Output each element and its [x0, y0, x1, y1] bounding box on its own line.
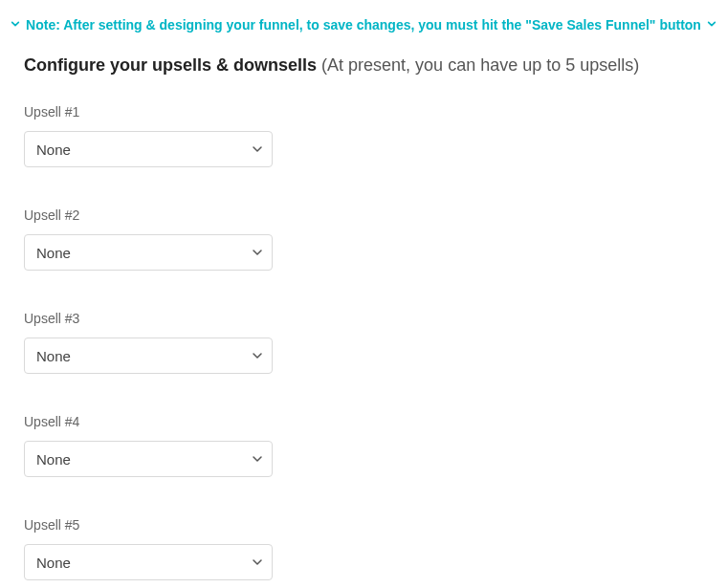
chevron-down-icon	[707, 19, 716, 31]
select-wrap: None	[24, 441, 273, 477]
content-area: Configure your upsells & downsells (At p…	[0, 44, 727, 588]
upsell-select-5[interactable]: None	[24, 544, 273, 580]
select-wrap: None	[24, 131, 273, 167]
upsell-select-2[interactable]: None	[24, 234, 273, 271]
heading-subtitle: (At present, you can have up to 5 upsell…	[321, 55, 639, 75]
upsell-field-3: Upsell #3 None	[24, 311, 703, 374]
upsell-select-1[interactable]: None	[24, 131, 273, 167]
upsell-field-2: Upsell #2 None	[24, 207, 703, 271]
select-wrap: None	[24, 338, 273, 374]
section-heading: Configure your upsells & downsells (At p…	[24, 54, 703, 77]
upsell-field-4: Upsell #4 None	[24, 414, 703, 477]
upsell-select-3[interactable]: None	[24, 338, 273, 374]
upsell-label: Upsell #4	[24, 414, 703, 429]
upsell-label: Upsell #1	[24, 104, 703, 120]
upsell-label: Upsell #3	[24, 311, 703, 326]
upsell-field-5: Upsell #5 None	[24, 517, 703, 580]
heading-title: Configure your upsells & downsells	[24, 55, 317, 75]
upsell-label: Upsell #5	[24, 517, 703, 533]
select-wrap: None	[24, 234, 273, 271]
note-banner[interactable]: Note: After setting & designing your fun…	[0, 0, 727, 44]
note-text: Note: After setting & designing your fun…	[26, 17, 701, 33]
upsell-select-4[interactable]: None	[24, 441, 273, 477]
select-wrap: None	[24, 544, 273, 580]
upsell-label: Upsell #2	[24, 207, 703, 223]
chevron-down-icon	[11, 19, 20, 31]
upsell-field-1: Upsell #1 None	[24, 104, 703, 167]
